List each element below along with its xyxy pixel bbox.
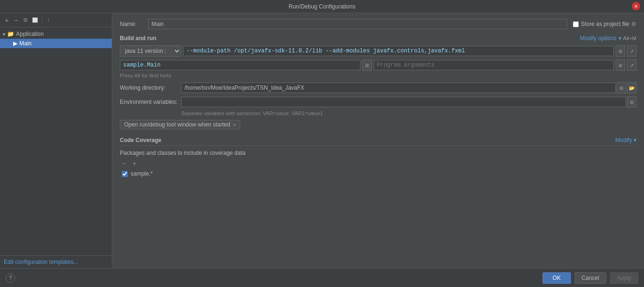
config-content: Name: Store as project file ⚙ Build and … <box>112 13 644 268</box>
coverage-title: Code Coverage <box>120 137 161 144</box>
run-config-icon: ▶ <box>13 40 17 47</box>
working-dir-expand-icon[interactable]: ⊞ <box>617 82 626 93</box>
build-run-title: Build and run <box>120 35 156 42</box>
apply-button[interactable]: Apply <box>610 272 638 284</box>
env-vars-expand-icon[interactable]: ⊞ <box>627 96 636 108</box>
args-browse-icon[interactable]: ↗ <box>627 59 636 71</box>
shortcut-label: Alt+M <box>623 35 636 41</box>
remove-config-icon[interactable]: − <box>12 17 20 24</box>
working-dir-row: Working directory: ⊞ 📂 <box>120 82 636 93</box>
args-expand-icon[interactable]: ⊞ <box>616 59 625 71</box>
tree-arrow-icon: ▾ <box>3 32 5 37</box>
tree-item-label: Main <box>19 40 32 47</box>
coverage-item-checkbox[interactable] <box>122 171 128 177</box>
name-row: Name: Store as project file ⚙ <box>120 19 636 29</box>
working-dir-buttons: ⊞ 📂 <box>617 82 636 93</box>
vm-browse-icon[interactable]: ↗ <box>627 45 636 57</box>
open-tool-window-tag: Open run/debug tool window when started … <box>120 120 240 129</box>
help-button[interactable]: ? <box>6 273 15 283</box>
sidebar-footer: Edit configuration templates... <box>0 255 112 268</box>
application-folder-icon: 📁 <box>7 31 14 37</box>
help-icon: ? <box>9 275 12 281</box>
working-dir-input[interactable] <box>181 83 616 93</box>
program-args-input[interactable] <box>374 60 614 70</box>
separator <box>42 17 42 24</box>
store-project-checkbox[interactable] <box>573 21 579 27</box>
modify-options-label: Modify options <box>580 35 616 42</box>
build-row: java 11 version : ⊞ ↗ <box>120 45 636 57</box>
java-version-select[interactable]: java 11 version : <box>120 45 181 57</box>
coverage-modify-label: Modify <box>615 137 632 144</box>
tags-row: Open run/debug tool window when started … <box>120 120 636 129</box>
store-gear-icon[interactable]: ⚙ <box>631 21 636 27</box>
bottom-right: OK Cancel Apply <box>543 272 638 284</box>
cancel-button[interactable]: Cancel <box>575 272 606 284</box>
edit-templates-link[interactable]: Edit configuration templates... <box>4 259 78 265</box>
vm-expand-icon[interactable]: ⊞ <box>616 45 625 57</box>
close-button[interactable]: ✕ <box>632 2 640 10</box>
env-vars-buttons: ⊞ <box>627 96 636 108</box>
bottom-bar: ? OK Cancel Apply <box>0 268 644 287</box>
tree-group-application[interactable]: ▾ 📁 Application <box>0 29 112 39</box>
coverage-header: Code Coverage Modify ▾ <box>120 137 636 146</box>
tag-close-icon[interactable]: × <box>233 122 236 127</box>
modify-options-button[interactable]: Modify options ▾ Alt+M <box>580 35 636 42</box>
hint-text: Press Alt for field hints <box>120 73 636 78</box>
add-config-icon[interactable]: + <box>3 17 10 24</box>
build-run-header: Build and run Modify options ▾ Alt+M <box>120 35 636 42</box>
sort-config-icon[interactable]: ↕ <box>45 17 52 24</box>
sidebar-toolbar: + − ⧉ ⬜ ↕ <box>0 13 112 27</box>
main-class-input[interactable] <box>120 60 360 70</box>
bottom-left: ? <box>6 273 15 283</box>
ok-button[interactable]: OK <box>543 272 570 284</box>
working-dir-label: Working directory: <box>120 84 181 91</box>
coverage-remove-icon[interactable]: − <box>120 159 128 168</box>
env-vars-label: Environment variables: <box>120 99 181 105</box>
store-project-row: Store as project file ⚙ <box>573 21 636 27</box>
coverage-desc: Packages and classes to include in cover… <box>120 150 636 156</box>
store-project-label: Store as project file <box>581 21 629 27</box>
main-class-expand-icon[interactable]: ⊞ <box>362 59 372 71</box>
tree-item-main[interactable]: ▶ Main <box>0 39 112 48</box>
title-bar: Run/Debug Configurations ✕ <box>0 0 644 13</box>
coverage-toolbar: − + <box>120 159 636 168</box>
move-config-icon[interactable]: ⬜ <box>31 17 39 24</box>
tag-label: Open run/debug tool window when started <box>124 121 230 128</box>
coverage-item: sample.* <box>120 169 636 178</box>
modify-options-arrow-icon: ▾ <box>619 35 621 42</box>
tree-group-label: Application <box>16 31 44 37</box>
coverage-modify-arrow-icon: ▾ <box>634 137 636 144</box>
coverage-item-label: sample.* <box>131 170 153 177</box>
name-label: Name: <box>120 21 148 27</box>
coverage-add-icon[interactable]: + <box>130 159 139 168</box>
env-hint-text: Separate variables with semicolon: VAR=v… <box>181 110 636 116</box>
main-class-row: ⊞ ⊞ ↗ <box>120 59 636 71</box>
working-dir-browse-icon[interactable]: 📂 <box>627 82 636 93</box>
config-tree: ▾ 📁 Application ▶ Main <box>0 27 112 255</box>
vm-options-input[interactable] <box>183 46 614 56</box>
sidebar: + − ⧉ ⬜ ↕ ▾ 📁 Application ▶ Main Edit co… <box>0 13 112 268</box>
dialog-title: Run/Debug Configurations <box>289 3 355 10</box>
env-vars-row: Environment variables: ⊞ <box>120 96 636 108</box>
env-vars-input[interactable] <box>181 97 626 107</box>
code-coverage-section: Code Coverage Modify ▾ Packages and clas… <box>120 137 636 178</box>
main-layout: + − ⧉ ⬜ ↕ ▾ 📁 Application ▶ Main Edit co… <box>0 13 644 268</box>
copy-config-icon[interactable]: ⧉ <box>22 17 29 24</box>
name-input[interactable] <box>148 19 567 29</box>
coverage-modify-button[interactable]: Modify ▾ <box>615 137 636 144</box>
